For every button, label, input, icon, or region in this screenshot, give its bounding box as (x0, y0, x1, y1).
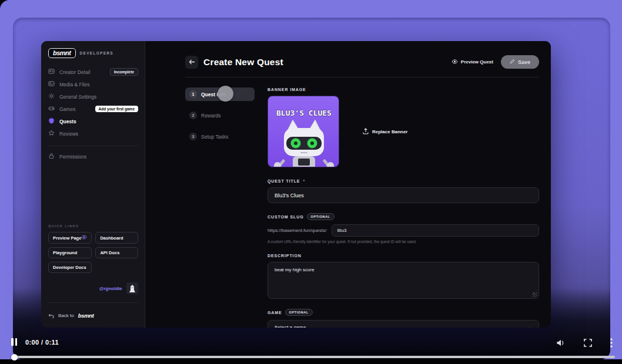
add-first-game-badge[interactable]: Add your first game (95, 106, 138, 112)
app-window: bsmnt DEVELOPERS Creator Detail Incomple… (41, 41, 551, 328)
save-button[interactable]: Save (501, 55, 539, 69)
sidebar-item-games[interactable]: Games Add your first game (48, 105, 138, 113)
sidebar-item-permissions[interactable]: Permissions (48, 152, 138, 161)
quick-link-developer-docs[interactable]: Developer Docs (48, 262, 92, 273)
step-number: 1 (189, 90, 197, 98)
player-controls-right (556, 338, 613, 348)
user-account[interactable]: @rgnoldie (48, 282, 138, 294)
steps-nav: 1 Quest Info 2 Rewards 3 Setup Tasks (185, 87, 255, 328)
sidebar-item-quests[interactable]: Quests (48, 117, 138, 126)
slug-url-prefix: https://basement.fun/quests/ (267, 228, 327, 233)
kebab-menu-icon[interactable] (610, 338, 613, 348)
quick-links: Preview Page Dashboard Playground API Do… (48, 232, 138, 273)
back-to-bsmnt[interactable]: Back to bsmnt (48, 302, 138, 321)
sidebar-item-media-files[interactable]: Media & Files (48, 80, 138, 89)
page-header: Create New Quest Preview Quest Save (145, 41, 551, 77)
user-handle: @rgnoldie (99, 286, 122, 291)
recording-cursor-highlight (218, 86, 233, 102)
eye-icon (452, 59, 458, 65)
incomplete-badge: Incomplete (110, 68, 138, 76)
banner-image-label: BANNER IMAGE (267, 87, 539, 92)
letterbox-bottom (0, 359, 622, 364)
back-label: Back to (58, 313, 74, 318)
resize-handle[interactable] (533, 292, 537, 297)
sidebar-item-label: Media & Files (59, 82, 90, 87)
chevron-down-icon (527, 322, 532, 328)
sidebar-item-label: Permissions (59, 154, 86, 160)
quest-form: BANNER IMAGE BLU3'S CLUES (267, 87, 539, 328)
custom-slug-field: CUSTOM SLUG OPTIONAL https://basement.fu… (267, 213, 539, 244)
quest-form-content: 1 Quest Info 2 Rewards 3 Setup Tasks (145, 77, 551, 328)
sidebar-item-general-settings[interactable]: General Settings (48, 92, 138, 101)
required-asterisk: * (303, 179, 305, 183)
quest-icon (48, 117, 55, 125)
brand-logo[interactable]: bsmnt DEVELOPERS (48, 48, 138, 58)
gamepad-icon (48, 105, 55, 113)
id-card-icon (48, 68, 55, 76)
page-title: Create New Quest (203, 57, 283, 68)
quick-links-title: QUICK LINKS (48, 224, 138, 228)
step-number: 3 (189, 133, 197, 140)
sidebar-item-label: Quests (59, 119, 76, 124)
progress-thumb[interactable] (11, 354, 18, 360)
return-arrow-icon (48, 310, 54, 321)
game-select-value: Select a game (275, 325, 306, 328)
star-icon (48, 130, 55, 137)
step-number: 2 (189, 112, 197, 119)
quick-link-label: Dashboard (100, 235, 123, 241)
game-field: GAME OPTIONAL Select a game Associate th… (267, 309, 539, 328)
quick-link-label: Playground (53, 250, 77, 255)
pause-icon[interactable] (11, 338, 17, 346)
pencil-icon (510, 59, 515, 65)
custom-slug-label: CUSTOM SLUG OPTIONAL (267, 213, 539, 220)
sidebar-spacer (48, 164, 138, 224)
quick-link-label: Preview Page (53, 235, 81, 241)
step-rewards[interactable]: 2 Rewards (185, 109, 255, 122)
video-progress-bar[interactable] (12, 356, 615, 358)
optional-badge: OPTIONAL (285, 309, 313, 316)
time-display: 0:00 / 0:11 (25, 339, 59, 346)
quest-title-label: QUEST TITLE * (267, 179, 539, 183)
step-label: Rewards (201, 113, 221, 119)
sidebar: bsmnt DEVELOPERS Creator Detail Incomple… (41, 41, 145, 328)
save-label: Save (518, 59, 530, 65)
description-label: DESCRIPTION (267, 254, 539, 258)
quick-link-playground[interactable]: Playground (48, 247, 92, 258)
step-label: Setup Tasks (201, 134, 228, 140)
sidebar-item-label: Creator Detail (59, 69, 90, 75)
game-label: GAME OPTIONAL (267, 309, 539, 316)
volume-icon[interactable] (556, 339, 566, 347)
quick-link-dashboard[interactable]: Dashboard (95, 232, 138, 244)
banner-section: BLU3'S CLUES (267, 96, 539, 167)
description-textarea[interactable]: beat my high score (267, 262, 539, 299)
sidebar-item-label: General Settings (59, 94, 96, 100)
quest-title-field: QUEST TITLE * (267, 179, 539, 203)
avatar (126, 282, 138, 294)
game-select[interactable]: Select a game (267, 320, 539, 328)
step-quest-info[interactable]: 1 Quest Info (185, 87, 255, 101)
replace-banner-button[interactable]: Replace Banner (363, 128, 407, 136)
quick-link-label: Developer Docs (53, 265, 86, 270)
sidebar-item-creator-detail[interactable]: Creator Detail Incomplete (48, 68, 138, 76)
label-text: CUSTOM SLUG (267, 215, 304, 219)
quick-link-api-docs[interactable]: API Docs (95, 247, 138, 258)
video-player-stage: bsmnt DEVELOPERS Creator Detail Incomple… (0, 0, 622, 364)
sidebar-item-label: Reviews (59, 131, 78, 137)
label-text: GAME (267, 311, 282, 315)
fullscreen-icon[interactable] (584, 339, 592, 347)
media-icon (48, 80, 55, 88)
sidebar-item-reviews[interactable]: Reviews (48, 129, 138, 138)
preview-quest-button[interactable]: Preview Quest (452, 59, 493, 65)
quest-title-input[interactable] (267, 187, 539, 203)
optional-badge: OPTIONAL (307, 213, 335, 220)
upload-icon (363, 128, 369, 136)
custom-slug-input[interactable] (332, 224, 539, 237)
banner-image[interactable]: BLU3'S CLUES (267, 96, 339, 167)
sidebar-nav: Creator Detail Incomplete Media & Files … (48, 68, 138, 164)
developers-label: DEVELOPERS (80, 51, 113, 55)
step-setup-tasks[interactable]: 3 Setup Tasks (185, 130, 255, 143)
quick-link-preview-page[interactable]: Preview Page (48, 232, 92, 244)
header-actions: Preview Quest Save (452, 55, 539, 69)
back-button[interactable] (185, 56, 198, 69)
bsmnt-logo: bsmnt (48, 48, 76, 58)
